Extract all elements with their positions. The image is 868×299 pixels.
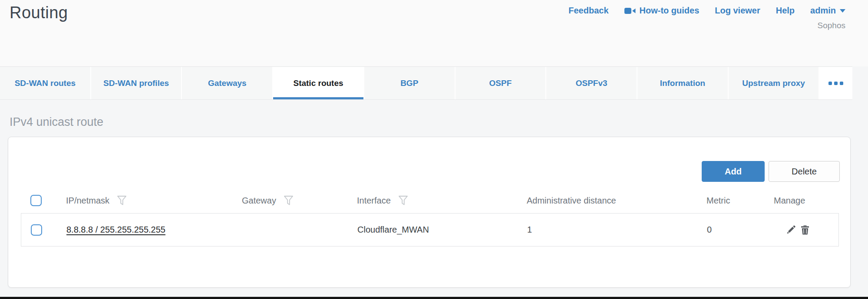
delete-trash-icon[interactable] [800, 224, 810, 236]
page-title: Routing [10, 3, 68, 22]
filter-funnel-icon[interactable] [117, 195, 127, 206]
filter-funnel-icon[interactable] [284, 195, 294, 206]
route-ip-netmask-link[interactable]: 8.8.8.8 / 255.255.255.255 [66, 225, 165, 234]
table-header-row: IP/netmask Gateway Interface Administrat… [21, 188, 839, 213]
col-metric: Metric [706, 196, 730, 206]
col-administrative-distance: Administrative distance [527, 196, 616, 206]
help-label: Help [776, 6, 795, 16]
account-menu[interactable]: admin [810, 6, 845, 16]
account-label: admin [810, 6, 836, 16]
tab-gateways[interactable]: Gateways [182, 67, 272, 99]
route-metric-cell: 0 [694, 225, 761, 235]
org-label: Sophos [818, 21, 845, 30]
tab-bar: SD-WAN routes SD-WAN profiles Gateways S… [0, 66, 852, 100]
tab-overflow-ellipsis-icon[interactable] [819, 67, 852, 99]
window-bottom-edge [0, 297, 868, 299]
col-interface: Interface [357, 196, 391, 206]
feedback-link[interactable]: Feedback [568, 6, 608, 16]
tab-sdwan-profiles[interactable]: SD-WAN profiles [91, 67, 182, 99]
routes-panel: Add Delete IP/netmask Gateway Interface … [8, 137, 851, 288]
section-title: IPv4 unicast route [10, 115, 103, 129]
delete-button[interactable]: Delete [769, 161, 840, 182]
edit-pencil-icon[interactable] [785, 224, 796, 235]
route-interface-cell: Cloudflare_MWAN [344, 225, 514, 235]
table-row: 8.8.8.8 / 255.255.255.255 Cloudflare_MWA… [21, 213, 839, 246]
log-viewer-link[interactable]: Log viewer [715, 6, 760, 16]
tab-static-routes[interactable]: Static routes [273, 67, 363, 99]
route-admin-distance-cell: 1 [514, 225, 694, 235]
col-ip-netmask: IP/netmask [66, 196, 109, 206]
tab-information[interactable]: Information [637, 67, 728, 99]
tab-bgp[interactable]: BGP [364, 67, 455, 99]
header-links: Feedback How-to guides Log viewer Help a… [568, 6, 845, 16]
tab-ospf[interactable]: OSPF [455, 67, 546, 99]
tab-upstream-proxy[interactable]: Upstream proxy [729, 67, 819, 99]
feedback-link-label: Feedback [568, 6, 608, 16]
add-button[interactable]: Add [702, 161, 765, 182]
howto-guides-label: How-to guides [640, 6, 700, 16]
filter-funnel-icon[interactable] [398, 195, 408, 206]
help-link[interactable]: Help [776, 6, 795, 16]
page-header: Routing Feedback How-to guides Log viewe… [0, 0, 868, 66]
log-viewer-label: Log viewer [715, 6, 760, 16]
tab-sdwan-routes[interactable]: SD-WAN routes [0, 67, 90, 99]
video-camera-icon [624, 7, 636, 15]
col-gateway: Gateway [242, 196, 276, 206]
tab-ospfv3[interactable]: OSPFv3 [546, 67, 637, 99]
row-checkbox[interactable] [31, 224, 42, 236]
caret-down-icon [840, 9, 845, 13]
col-manage: Manage [774, 196, 805, 206]
select-all-checkbox[interactable] [30, 195, 42, 206]
howto-guides-link[interactable]: How-to guides [624, 6, 700, 16]
